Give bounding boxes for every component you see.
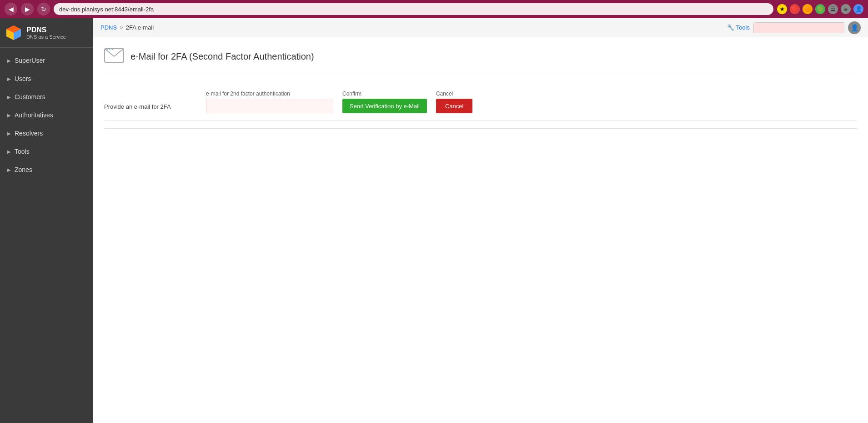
sidebar-nav: ▶ SuperUser ▶ Users ▶ Customers ▶ Author…	[0, 48, 93, 423]
browser-extension-icons: ★ 🔴 🟠 🟢 ☰ ≡ 👤	[777, 4, 863, 14]
tools-search-input[interactable]	[753, 22, 844, 33]
arrow-icon: ▶	[7, 131, 11, 136]
tools-label: Tools	[736, 24, 750, 31]
cancel-button[interactable]: Cancel	[436, 99, 472, 113]
tools-link[interactable]: 🔧 Tools	[727, 24, 750, 31]
ext-icon-3[interactable]: 🟢	[815, 4, 825, 14]
logo-text: PDNS DNS as a Service	[26, 26, 66, 40]
breadcrumb: PDNS > 2FA e-mail	[100, 24, 154, 31]
app-name: PDNS	[26, 26, 66, 34]
breadcrumb-current: 2FA e-mail	[126, 24, 154, 31]
sidebar-item-resolvers[interactable]: ▶ Resolvers	[0, 124, 93, 142]
arrow-icon: ▶	[7, 58, 11, 63]
confirm-label: Confirm	[342, 91, 427, 97]
email-field-label: e-mail for 2nd factor authentication	[206, 91, 333, 97]
sidebar-item-tools[interactable]: ▶ Tools	[0, 142, 93, 161]
logo-icon	[5, 25, 22, 41]
sidebar-item-customers[interactable]: ▶ Customers	[0, 88, 93, 106]
arrow-icon: ▶	[7, 167, 11, 172]
sidebar-item-label: Tools	[15, 148, 30, 155]
app-subtitle: DNS as a Service	[26, 34, 66, 40]
back-button[interactable]: ◀	[5, 3, 17, 15]
arrow-icon: ▶	[7, 149, 11, 154]
browser-chrome: ◀ ▶ ↻ ★ 🔴 🟠 🟢 ☰ ≡ 👤	[0, 0, 868, 18]
sidebar-item-authoritatives[interactable]: ▶ Authoritatives	[0, 106, 93, 124]
form-description-label: Provide an e-mail for 2FA	[104, 91, 195, 110]
breadcrumb-separator: >	[120, 24, 123, 31]
forward-button[interactable]: ▶	[21, 3, 34, 15]
form-section: Provide an e-mail for 2FA e-mail for 2nd…	[104, 86, 857, 121]
reload-button[interactable]: ↻	[37, 3, 50, 15]
user-avatar[interactable]: 👤	[848, 21, 861, 34]
bottom-divider	[104, 128, 857, 129]
breadcrumb-home[interactable]: PDNS	[100, 24, 117, 31]
sidebar-item-label: Zones	[15, 166, 32, 173]
page-header: e-Mail for 2FA (Second Factor Authentica…	[104, 46, 857, 73]
sidebar-item-label: Resolvers	[15, 130, 43, 137]
ext-icon-star[interactable]: ★	[777, 4, 787, 14]
arrow-icon: ▶	[7, 95, 11, 100]
ext-icon-2[interactable]: 🟠	[803, 4, 813, 14]
svg-line-6	[114, 49, 124, 56]
wrench-icon: 🔧	[727, 24, 734, 31]
ext-icon-5[interactable]: ≡	[841, 4, 851, 14]
ext-icon-1[interactable]: 🔴	[790, 4, 800, 14]
confirm-group: Confirm Send Verification by e-Mail	[342, 91, 427, 113]
url-bar[interactable]	[54, 3, 773, 15]
main-content: PDNS > 2FA e-mail 🔧 Tools 👤	[93, 18, 868, 423]
sidebar-item-zones[interactable]: ▶ Zones	[0, 161, 93, 179]
cancel-label: Cancel	[436, 91, 472, 97]
email-field-group: e-mail for 2nd factor authentication	[206, 91, 333, 113]
cancel-group: Cancel Cancel	[436, 91, 472, 113]
page-title: e-Mail for 2FA (Second Factor Authentica…	[130, 51, 314, 62]
sidebar-logo: PDNS DNS as a Service	[0, 18, 93, 48]
sidebar-item-users[interactable]: ▶ Users	[0, 70, 93, 88]
sidebar-item-label: Users	[15, 75, 31, 82]
email-input[interactable]	[206, 99, 333, 113]
sidebar-item-label: Customers	[15, 93, 45, 101]
ext-icon-4[interactable]: ☰	[828, 4, 838, 14]
sidebar-item-label: Authoritatives	[15, 111, 53, 119]
send-verification-button[interactable]: Send Verification by e-Mail	[342, 99, 427, 113]
page-content: e-Mail for 2FA (Second Factor Authentica…	[93, 37, 868, 423]
form-fields: e-mail for 2nd factor authentication Con…	[206, 91, 857, 113]
app-container: PDNS DNS as a Service ▶ SuperUser ▶ User…	[0, 18, 868, 423]
sidebar-item-label: SuperUser	[15, 57, 45, 64]
sidebar: PDNS DNS as a Service ▶ SuperUser ▶ User…	[0, 18, 93, 423]
top-bar-right: 🔧 Tools 👤	[727, 21, 861, 34]
sidebar-item-superuser[interactable]: ▶ SuperUser	[0, 51, 93, 70]
top-bar: PDNS > 2FA e-mail 🔧 Tools 👤	[93, 18, 868, 37]
arrow-icon: ▶	[7, 76, 11, 81]
email-icon	[104, 46, 124, 66]
arrow-icon: ▶	[7, 113, 11, 118]
ext-icon-avatar[interactable]: 👤	[853, 4, 863, 14]
